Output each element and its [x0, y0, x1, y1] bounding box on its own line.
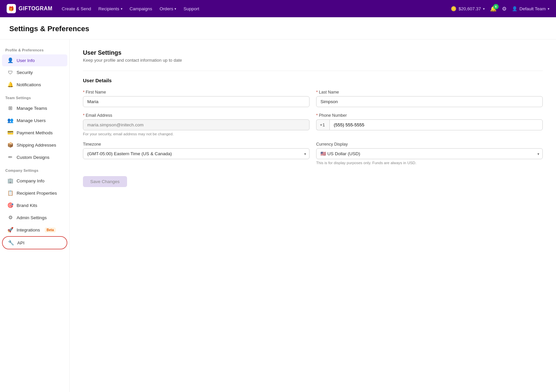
contact-row: * Email Address For your security, email… — [83, 113, 543, 136]
chevron-down-icon: ▾ — [483, 7, 485, 11]
wrench-icon: 🔧 — [8, 240, 14, 246]
last-name-label: * Last Name — [316, 90, 543, 95]
beta-badge: Beta — [45, 228, 56, 232]
sidebar-item-label: Shipping Addresses — [17, 143, 56, 148]
email-hint: For your security, email address may not… — [83, 132, 310, 136]
page-title: Settings & Preferences — [9, 25, 547, 33]
sidebar-item-company-info[interactable]: 🏢 Company Info — [2, 175, 67, 187]
nav-right: 🪙 $20,607.37 ▾ 🔔 6 ⚙ 👤 Default Team ▾ — [451, 6, 549, 12]
sidebar-section-team: Team Settings — [0, 94, 69, 102]
sidebar-item-label: User Info — [17, 58, 35, 63]
pen-icon: ✏ — [7, 154, 13, 160]
settings-subtitle: Keep your profile and contact informatio… — [83, 58, 543, 63]
sidebar-item-integrations[interactable]: 🚀 Integrations Beta — [2, 224, 67, 236]
sidebar-item-custom-designs[interactable]: ✏ Custom Designs — [2, 151, 67, 163]
phone-row: +1 — [316, 119, 543, 130]
sidebar-item-label: Custom Designs — [17, 155, 49, 160]
chevron-down-icon: ▾ — [548, 7, 549, 11]
timezone-label: Timezone — [83, 142, 310, 147]
sidebar-item-label: API — [17, 240, 25, 245]
form-section-title: User Details — [83, 78, 543, 83]
sidebar-item-user-info[interactable]: 👤 User Info — [2, 54, 67, 66]
nav-support[interactable]: Support — [183, 6, 199, 11]
chevron-down-icon: ▾ — [174, 7, 176, 11]
divider — [83, 71, 543, 71]
settings-title: User Settings — [83, 49, 543, 56]
nav-recipients[interactable]: Recipients ▾ — [99, 6, 122, 11]
phone-input[interactable] — [329, 119, 543, 130]
currency-select-wrapper: 🇺🇸 US Dollar (USD) ▾ — [316, 148, 543, 159]
rocket-icon: 🚀 — [7, 227, 13, 233]
sidebar: Profile & Preferences 👤 User Info 🛡 Secu… — [0, 39, 70, 392]
sidebar-item-label: Admin Settings — [17, 215, 47, 220]
page-header: Settings & Preferences — [0, 17, 556, 39]
sidebar-item-recipient-properties[interactable]: 📋 Recipient Properties — [2, 187, 67, 199]
sidebar-item-shipping-addresses[interactable]: 📦 Shipping Addresses — [2, 139, 67, 151]
timezone-select-wrapper: (GMT-05:00) Eastern Time (US & Canada) ▾ — [83, 148, 310, 159]
logo-icon: 🎁 — [7, 4, 16, 13]
wallet-icon: 🪙 — [451, 6, 456, 11]
sidebar-item-manage-teams[interactable]: ⊞ Manage Teams — [2, 102, 67, 114]
first-name-input[interactable] — [83, 96, 310, 107]
last-name-group: * Last Name — [316, 90, 543, 107]
main-content: User Settings Keep your profile and cont… — [70, 39, 556, 392]
first-name-group: * First Name — [83, 90, 310, 107]
phone-label: * Phone Number — [316, 113, 543, 118]
bell-icon: 🔔 — [7, 82, 13, 88]
logo-text: GIFTOGRAM — [19, 6, 52, 12]
sidebar-item-notifications[interactable]: 🔔 Notifications — [2, 79, 67, 91]
email-group: * Email Address For your security, email… — [83, 113, 310, 136]
users-icon: 👥 — [7, 117, 13, 123]
clipboard-icon: 📋 — [7, 190, 13, 196]
nav-create-send[interactable]: Create & Send — [62, 6, 91, 11]
timezone-select[interactable]: (GMT-05:00) Eastern Time (US & Canada) — [83, 148, 310, 159]
settings-button[interactable]: ⚙ — [502, 6, 507, 12]
gear-icon: ⚙ — [502, 6, 507, 12]
sidebar-item-manage-users[interactable]: 👥 Manage Users — [2, 114, 67, 126]
sidebar-item-label: Brand Kits — [17, 203, 37, 208]
currency-select[interactable]: 🇺🇸 US Dollar (USD) — [316, 148, 543, 159]
gear-icon: ⚙ — [7, 215, 13, 221]
save-changes-button[interactable]: Save Changes — [83, 176, 127, 187]
sidebar-item-payment-methods[interactable]: 💳 Payment Methods — [2, 127, 67, 139]
building-icon: 🏢 — [7, 178, 13, 184]
shield-icon: 🛡 — [7, 70, 13, 75]
nav-orders[interactable]: Orders ▾ — [160, 6, 176, 11]
page-body: Profile & Preferences 👤 User Info 🛡 Secu… — [0, 39, 556, 392]
package-icon: 📦 — [7, 142, 13, 148]
top-navigation: 🎁 GIFTOGRAM Create & Send Recipients ▾ C… — [0, 0, 556, 17]
teams-icon: ⊞ — [7, 105, 13, 111]
sidebar-item-api[interactable]: 🔧 API — [2, 236, 67, 249]
sidebar-section-profile: Profile & Preferences — [0, 46, 69, 54]
sidebar-item-admin-settings[interactable]: ⚙ Admin Settings — [2, 212, 67, 224]
sidebar-item-label: Security — [17, 70, 33, 75]
email-label: * Email Address — [83, 113, 310, 118]
sidebar-item-label: Recipient Properties — [17, 191, 57, 196]
sidebar-item-brand-kits[interactable]: 🎯 Brand Kits — [2, 199, 67, 211]
user-circle-icon: 👤 — [512, 6, 518, 11]
balance-button[interactable]: 🪙 $20,607.37 ▾ — [451, 6, 485, 11]
sidebar-item-label: Integrations — [17, 228, 40, 232]
team-selector[interactable]: 👤 Default Team ▾ — [512, 6, 549, 11]
sidebar-item-label: Payment Methods — [17, 130, 53, 135]
currency-group: Currency Display 🇺🇸 US Dollar (USD) ▾ Th… — [316, 142, 543, 165]
last-name-input[interactable] — [316, 96, 543, 107]
nav-campaigns[interactable]: Campaigns — [130, 6, 152, 11]
sidebar-section-company: Company Settings — [0, 166, 69, 174]
phone-group: * Phone Number +1 — [316, 113, 543, 136]
credit-card-icon: 💳 — [7, 130, 13, 136]
timezone-group: Timezone (GMT-05:00) Eastern Time (US & … — [83, 142, 310, 165]
chevron-down-icon: ▾ — [121, 7, 122, 11]
logo[interactable]: 🎁 GIFTOGRAM — [7, 4, 52, 13]
target-icon: 🎯 — [7, 202, 13, 208]
sidebar-item-label: Manage Users — [17, 118, 46, 123]
phone-code: +1 — [316, 119, 329, 130]
page-wrapper: Settings & Preferences Profile & Prefere… — [0, 17, 556, 392]
first-name-label: * First Name — [83, 90, 310, 95]
name-row: * First Name * Last Name — [83, 90, 543, 107]
nav-links: Create & Send Recipients ▾ Campaigns Ord… — [62, 6, 442, 11]
currency-hint: This is for display purposes only. Funds… — [316, 161, 543, 165]
sidebar-item-label: Company Info — [17, 178, 44, 183]
notifications-button[interactable]: 🔔 6 — [490, 6, 497, 12]
sidebar-item-security[interactable]: 🛡 Security — [2, 67, 67, 78]
